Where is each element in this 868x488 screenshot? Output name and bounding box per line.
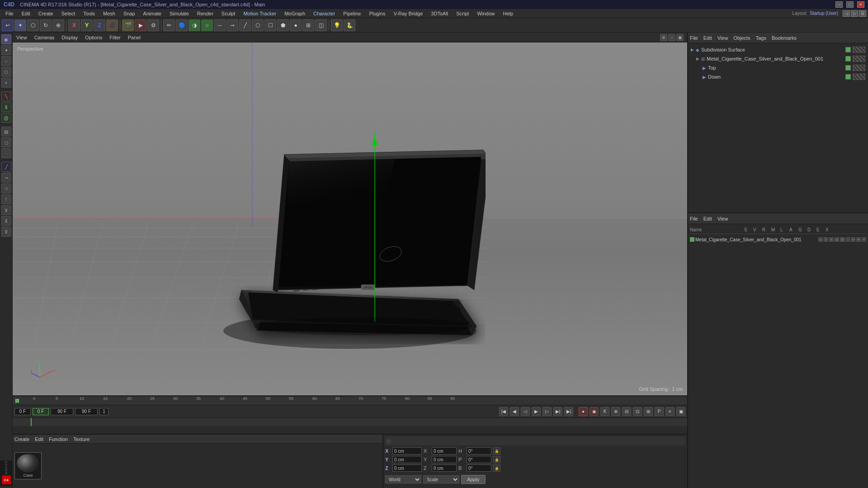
sidebar-paint-tool[interactable]: $ bbox=[1, 102, 11, 112]
tree-item-down[interactable]: ▶ Down bbox=[690, 72, 866, 81]
btn-next-frame[interactable]: ▶| bbox=[553, 407, 562, 416]
sidebar-knife-tool[interactable]: ⊼ bbox=[1, 216, 11, 226]
btn-play-forward[interactable]: ▷ bbox=[542, 407, 552, 416]
sidebar-spline-tool[interactable]: ╲ bbox=[1, 91, 11, 101]
attr-menu-file[interactable]: File bbox=[690, 216, 698, 221]
sidebar-transform-tool[interactable]: + bbox=[1, 78, 11, 88]
menu-pipeline[interactable]: Pipeline bbox=[340, 10, 364, 17]
menu-select[interactable]: Select bbox=[58, 10, 79, 17]
attr-icon-m[interactable]: M bbox=[835, 237, 839, 242]
toolbar-flatten[interactable]: ─ bbox=[214, 19, 226, 31]
viewport-3d[interactable]: X Y Z Perspective Grid Spacing : 1 cm bbox=[13, 42, 687, 395]
menu-sculpt[interactable]: Sculpt bbox=[218, 10, 239, 17]
coord-p-rot[interactable] bbox=[467, 456, 491, 463]
tree-item-top[interactable]: ▶ Top bbox=[690, 63, 866, 72]
viewport-icon-3[interactable]: ▣ bbox=[676, 34, 684, 41]
btn-prev-frame[interactable]: ◀ bbox=[510, 407, 519, 416]
btn-timeline-4[interactable]: ⊞ bbox=[644, 407, 653, 416]
title-bar-right[interactable]: ─ □ ✕ bbox=[835, 1, 864, 8]
btn-timeline-6[interactable]: ≡ bbox=[665, 407, 675, 416]
tree-check-case[interactable] bbox=[845, 56, 851, 61]
material-menu-create[interactable]: Create bbox=[14, 436, 29, 442]
btn-timeline-7[interactable]: ▣ bbox=[676, 407, 685, 416]
toolbar-rotate[interactable]: ↻ bbox=[40, 19, 52, 31]
menu-mesh[interactable]: Mesh bbox=[99, 10, 119, 17]
coord-x-lock[interactable]: 🔒 bbox=[493, 447, 500, 455]
toolbar-light[interactable]: 💡 bbox=[331, 19, 343, 31]
material-menu-edit[interactable]: Edit bbox=[35, 436, 43, 442]
layout-btn-3[interactable]: ☰ bbox=[859, 10, 866, 17]
menu-tools[interactable]: Tools bbox=[80, 10, 99, 17]
coord-b-rot[interactable] bbox=[467, 465, 491, 472]
attr-menu-view[interactable]: View bbox=[717, 216, 728, 221]
objects-menu-bookmarks[interactable]: Bookmarks bbox=[772, 35, 797, 41]
objects-menu-file[interactable]: File bbox=[690, 35, 698, 41]
attr-icon-arrow[interactable]: → bbox=[845, 237, 850, 242]
btn-timeline-5[interactable]: P bbox=[655, 407, 664, 416]
layout-btn-2[interactable]: ▷ bbox=[851, 10, 858, 17]
toolbar-move[interactable]: ✦ bbox=[14, 19, 26, 31]
layout-btn-1[interactable]: ◁ bbox=[843, 10, 850, 17]
btn-timeline-2[interactable]: ⊟ bbox=[622, 407, 631, 416]
btn-goto-start[interactable]: |◀ bbox=[499, 407, 508, 416]
attr-icon-r[interactable]: R bbox=[829, 237, 834, 242]
coord-y-pos[interactable] bbox=[392, 456, 422, 463]
frame-start-input[interactable] bbox=[14, 408, 31, 415]
viewport-menu-options[interactable]: Options bbox=[85, 35, 102, 40]
menu-render[interactable]: Render bbox=[193, 10, 217, 17]
menu-create[interactable]: Create bbox=[35, 10, 57, 17]
coord-x-size[interactable] bbox=[432, 447, 457, 455]
sidebar-brush-tool[interactable]: ⊹ bbox=[1, 183, 11, 193]
coord-y-size[interactable] bbox=[432, 456, 457, 463]
apply-button[interactable]: Apply bbox=[461, 475, 486, 484]
menu-motion-tracker[interactable]: Motion Tracker bbox=[240, 10, 280, 17]
sidebar-rotate-tool[interactable]: ○ bbox=[1, 56, 11, 66]
btn-auto-key[interactable]: ◉ bbox=[590, 407, 599, 416]
tree-item-cigarette-case[interactable]: ▶ ⊞ Metal_Cigarette_Case_Silver_and_Blac… bbox=[690, 54, 866, 63]
menu-script[interactable]: Script bbox=[453, 10, 472, 17]
menu-help[interactable]: Help bbox=[500, 10, 517, 17]
fps-input[interactable] bbox=[99, 408, 108, 415]
toolbar-object-mode[interactable]: ⬛ bbox=[106, 19, 118, 31]
sidebar-mirror-tool[interactable]: ⊻ bbox=[1, 205, 11, 215]
toolbar-render-view[interactable]: 🎬 bbox=[122, 19, 134, 31]
attr-icon-v[interactable]: V bbox=[824, 237, 828, 242]
sidebar-stitch-tool[interactable]: ⊽ bbox=[1, 227, 11, 237]
menu-snap[interactable]: Snap bbox=[120, 10, 139, 17]
sidebar-polygon-tool[interactable]: ▤ bbox=[1, 127, 11, 136]
attr-icon-s[interactable]: S bbox=[818, 237, 823, 242]
tree-check-down[interactable] bbox=[845, 74, 851, 80]
coord-space-dropdown[interactable]: World Object Camera bbox=[385, 475, 421, 483]
btn-timeline-1[interactable]: ⊕ bbox=[611, 407, 620, 416]
material-menu-function[interactable]: Function bbox=[49, 436, 68, 442]
coord-y-lock[interactable]: 🔒 bbox=[493, 456, 500, 463]
toolbar-render-settings[interactable]: ⚙ bbox=[147, 19, 159, 31]
objects-menu-tags[interactable]: Tags bbox=[756, 35, 766, 41]
toolbar-scale[interactable]: ⬡ bbox=[27, 19, 39, 31]
close-button[interactable]: ✕ bbox=[857, 1, 864, 8]
tree-item-subdivision[interactable]: ▶ ◆ Subdivision Surface bbox=[690, 45, 866, 54]
toolbar-paint[interactable]: ✏ bbox=[163, 19, 175, 31]
toolbar-sculpt-tool[interactable]: 🔵 bbox=[176, 19, 188, 31]
toolbar-bevel[interactable]: ⬟ bbox=[277, 19, 289, 31]
toolbar-inflate[interactable]: ○ bbox=[201, 19, 213, 31]
coord-mode-dropdown[interactable]: Scale Size bbox=[423, 475, 459, 483]
current-frame-input[interactable] bbox=[33, 408, 49, 415]
sidebar-scale-tool[interactable]: ⬡ bbox=[1, 67, 11, 77]
toolbar-y-axis[interactable]: Y bbox=[81, 19, 93, 31]
sidebar-sculpt-tool[interactable]: @ bbox=[1, 113, 11, 123]
btn-timeline-3[interactable]: ⊡ bbox=[633, 407, 642, 416]
toolbar-loop[interactable]: ⬡ bbox=[252, 19, 264, 31]
btn-play[interactable]: ▶ bbox=[532, 407, 541, 416]
btn-goto-end[interactable]: ▶| bbox=[564, 407, 573, 416]
menu-animate[interactable]: Animate bbox=[140, 10, 165, 17]
sidebar-vertex-tool[interactable]: · bbox=[1, 148, 11, 158]
menu-3dtoall[interactable]: 3DToAll bbox=[427, 10, 452, 17]
menu-file[interactable]: File bbox=[2, 10, 17, 17]
tree-check-top[interactable] bbox=[845, 65, 851, 70]
viewport-menu-cameras[interactable]: Cameras bbox=[34, 35, 55, 40]
sidebar-move-tool[interactable]: ✦ bbox=[1, 45, 11, 55]
objects-menu-edit[interactable]: Edit bbox=[703, 35, 712, 41]
viewport-menu-panel[interactable]: Panel bbox=[128, 35, 141, 40]
sidebar-magnet-tool[interactable]: ⊸ bbox=[1, 173, 11, 183]
